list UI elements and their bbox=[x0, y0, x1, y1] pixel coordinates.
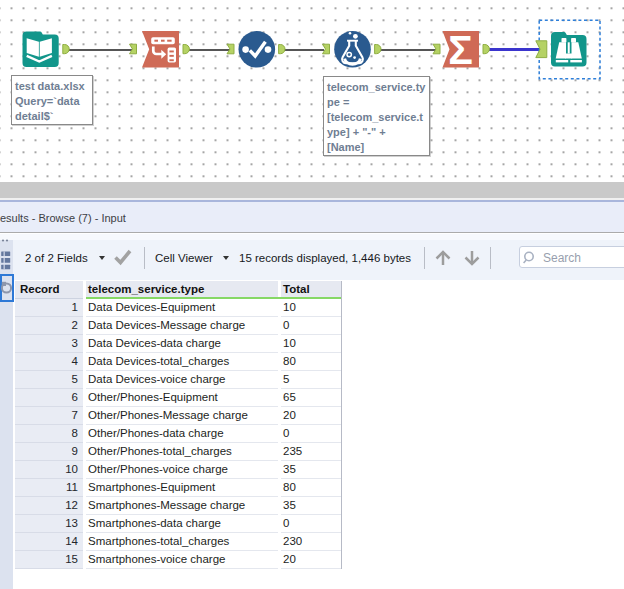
svg-text:Σ: Σ bbox=[448, 27, 473, 73]
